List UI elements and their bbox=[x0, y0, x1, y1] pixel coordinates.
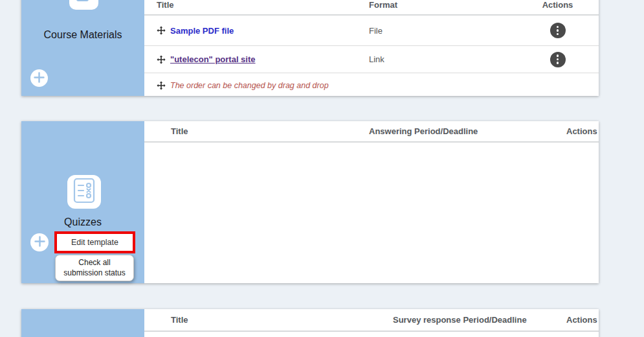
actions-menu-button[interactable] bbox=[550, 52, 566, 67]
drag-handle-icon[interactable] bbox=[157, 26, 166, 35]
course-materials-panel: Course Materials Title Format Actions Sa… bbox=[21, 0, 599, 96]
plus-icon bbox=[34, 236, 45, 249]
plus-icon bbox=[34, 72, 45, 85]
drag-handle-icon bbox=[157, 81, 166, 90]
material-link-portal[interactable]: "utelecon" portal site bbox=[170, 54, 256, 64]
quizzes-icon-box bbox=[67, 175, 101, 209]
lms-course-page: { "theme": { "background": "#ecf1f6", "p… bbox=[0, 0, 644, 337]
surveys-panel: Title Survey response Period/Deadline Ac… bbox=[21, 309, 599, 337]
column-header-title: Title bbox=[144, 126, 369, 136]
add-material-button[interactable] bbox=[30, 69, 48, 87]
material-link-file[interactable]: Sample PDF file bbox=[170, 26, 234, 36]
edit-square-pencil-icon bbox=[74, 0, 94, 6]
actions-menu-button[interactable] bbox=[550, 23, 566, 38]
format-cell: Link bbox=[369, 54, 531, 64]
format-cell: File bbox=[369, 26, 531, 36]
edit-template-highlight-box: Edit template bbox=[54, 231, 135, 253]
materials-table-header: Title Format Actions bbox=[144, 0, 599, 16]
column-header-answering-period: Answering Period/Deadline bbox=[369, 126, 566, 136]
quiz-checklist-icon bbox=[72, 178, 96, 206]
column-header-title: Title bbox=[144, 315, 393, 325]
column-header-actions: Actions bbox=[566, 315, 599, 325]
course-materials-sidebar: Course Materials bbox=[21, 0, 144, 96]
column-header-format: Format bbox=[369, 0, 531, 10]
surveys-table-header: Title Survey response Period/Deadline Ac… bbox=[144, 309, 599, 332]
add-quiz-button[interactable] bbox=[30, 233, 49, 251]
column-header-title: Title bbox=[144, 0, 369, 10]
check-all-submission-status-button[interactable]: Check all submission status bbox=[55, 255, 134, 281]
quizzes-panel: Quizzes Edit template Check all submissi… bbox=[21, 121, 599, 283]
edit-template-button[interactable]: Edit template bbox=[71, 238, 118, 247]
drag-note-row: The order can be changed by drag and dro… bbox=[144, 73, 599, 97]
column-header-actions: Actions bbox=[531, 0, 599, 10]
quizzes-title: Quizzes bbox=[21, 216, 144, 228]
quizzes-table: Title Answering Period/Deadline Actions bbox=[144, 121, 599, 283]
material-row: Sample PDF file File bbox=[144, 16, 599, 46]
quizzes-sidebar: Quizzes Edit template Check all submissi… bbox=[21, 121, 144, 283]
surveys-sidebar bbox=[21, 309, 144, 337]
drag-handle-icon[interactable] bbox=[157, 55, 166, 64]
column-header-actions: Actions bbox=[566, 126, 599, 136]
column-header-survey-period: Survey response Period/Deadline bbox=[393, 315, 566, 325]
material-row: "utelecon" portal site Link bbox=[144, 46, 599, 73]
surveys-table: Title Survey response Period/Deadline Ac… bbox=[144, 309, 599, 337]
course-materials-table: Title Format Actions Sample PDF file Fil… bbox=[144, 0, 599, 96]
drag-note-text: The order can be changed by drag and dro… bbox=[170, 81, 329, 90]
quizzes-table-header: Title Answering Period/Deadline Actions bbox=[144, 121, 599, 143]
course-materials-title: Course Materials bbox=[21, 29, 144, 41]
course-materials-icon-box bbox=[69, 0, 98, 10]
